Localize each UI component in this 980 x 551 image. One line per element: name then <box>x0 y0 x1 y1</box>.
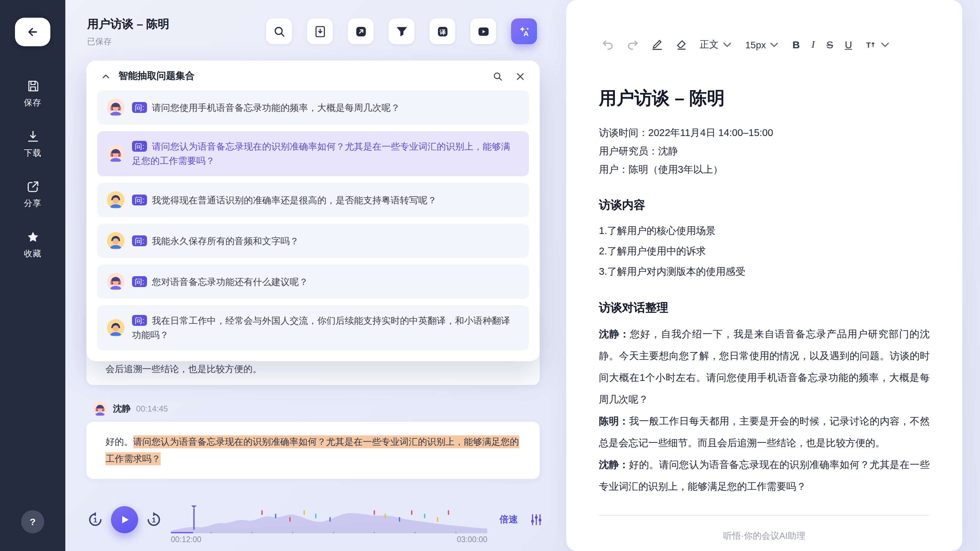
skip-forward-button[interactable]: 1 <box>145 511 163 529</box>
collapse-button[interactable] <box>100 70 111 82</box>
current-time: 00:12:00 <box>171 535 202 543</box>
chevron-down-icon <box>721 38 733 51</box>
extract-button[interactable] <box>307 18 333 44</box>
sidebar-item-download[interactable]: 下载 <box>24 129 41 159</box>
equalizer-icon[interactable] <box>529 512 544 527</box>
undo-button[interactable] <box>601 38 614 51</box>
document-line: 用户研究员：沈静 <box>599 142 930 160</box>
question-item[interactable]: 问:我能永久保存所有的音频和文字吗？ <box>97 224 529 258</box>
speaker-name: 沈静 <box>113 403 130 415</box>
ai-assistant-button[interactable]: A <box>511 18 537 44</box>
sidebar-item-label: 下载 <box>24 148 41 159</box>
transcript-message-card[interactable]: 好的。请问您认为语音备忘录现在的识别准确率如何？尤其是在一些专业词汇的识别上，能… <box>86 422 540 479</box>
document-meta: 访谈时间：2022年11月4日 14:00–15:00 用户研究员：沈静 用户：… <box>599 124 930 179</box>
back-button[interactable] <box>15 18 50 46</box>
document-line: 1.了解用户的核心使用场景 <box>599 221 930 241</box>
dialog-paragraph: 沈静：您好，自我介绍一下，我是来自语音备忘录产品用户研究部门的沈静。今天主要想向… <box>599 323 930 410</box>
waveform-marker <box>448 510 449 515</box>
italic-button[interactable]: I <box>811 39 815 50</box>
svg-text:译: 译 <box>439 28 446 35</box>
text-size-adjust-dropdown[interactable]: T <box>864 38 891 51</box>
question-tag-badge: 问: <box>132 235 147 246</box>
eraser-button[interactable] <box>675 38 688 51</box>
sidebar-item-share[interactable]: 分享 <box>24 179 41 210</box>
female-avatar <box>107 145 124 163</box>
question-panel-header: 智能抽取问题集合 <box>86 60 540 88</box>
search-icon <box>272 24 286 38</box>
waveform-cursor[interactable] <box>193 508 194 530</box>
ai-icon: A <box>517 24 531 38</box>
save-icon <box>25 79 40 93</box>
speaker-row: 沈静 00:14:45 <box>92 401 168 416</box>
female-avatar <box>107 98 124 116</box>
dialog-text: 好的。请问您认为语音备忘录现在的识别准确率如何？尤其是在一些专业词汇的识别上，能… <box>599 459 930 492</box>
question-tag-badge: 问: <box>132 194 147 205</box>
skip-back-button[interactable]: 1 <box>86 511 104 529</box>
question-panel: 智能抽取问题集合 问:请问您使用手机语音备忘录功能的频率，大概是每周几次呢？ 问… <box>86 60 540 361</box>
svg-text:1: 1 <box>152 516 156 524</box>
play-button[interactable] <box>111 506 138 533</box>
section-title-interview-content: 访谈内容 <box>599 197 930 213</box>
question-tag-badge: 问: <box>132 315 147 326</box>
question-tag-badge: 问: <box>132 276 147 287</box>
waveform-marker <box>385 514 386 518</box>
male-avatar <box>107 191 124 209</box>
filter-button[interactable] <box>388 18 414 44</box>
font-size-label: 15px <box>745 39 766 50</box>
dialog-speaker: 沈静： <box>599 459 629 470</box>
help-button[interactable]: ? <box>21 510 44 533</box>
dialog-paragraphs: 沈静：您好，自我介绍一下，我是来自语音备忘录产品用户研究部门的沈静。今天主要想向… <box>599 323 930 497</box>
question-list: 问:请问您使用手机语音备忘录功能的频率，大概是每周几次呢？ 问:请问您认为语音备… <box>86 88 540 350</box>
dialog-paragraph: 陈明：我一般工作日每天都用，主要是开会的时候，记录讨论的内容，不然总是会忘记一些… <box>599 410 930 454</box>
question-item[interactable]: 问:您对语音备忘录功能还有什么建议呢？ <box>97 265 529 299</box>
format-brush-button[interactable] <box>651 38 663 51</box>
toolbar: 译 A <box>266 18 537 44</box>
search-icon[interactable] <box>492 70 504 82</box>
question-item[interactable]: 问:我在日常工作中，经常会与外国人交流，你们后续能支持实时的中英翻译，和小语种翻… <box>97 305 529 350</box>
video-icon <box>476 24 490 38</box>
format-brush-icon <box>651 38 663 51</box>
sidebar-item-star[interactable]: 收藏 <box>24 230 41 260</box>
text-size-icon: T <box>864 38 877 51</box>
question-item[interactable]: 问:请问您认为语音备忘录现在的识别准确率如何？尤其是在一些专业词汇的识别上，能够… <box>97 131 529 176</box>
waveform-marker <box>329 517 331 522</box>
sidebar-nav: 保存 下载 分享 收藏 <box>24 79 41 260</box>
waveform-marker <box>373 510 375 515</box>
question-item[interactable]: 问:我觉得现在普通话识别的准确率还是很高的，是否能支持粤语转写呢？ <box>97 183 529 217</box>
underline-button[interactable]: U <box>845 39 852 50</box>
playback-speed-button[interactable]: 倍速 <box>500 514 518 526</box>
sidebar-item-save[interactable]: 保存 <box>24 79 41 109</box>
waveform[interactable]: 00:12:00 03:00:00 <box>171 506 487 533</box>
chevron-down-icon <box>878 38 891 51</box>
svg-text:A: A <box>523 29 528 37</box>
question-item[interactable]: 问:请问您使用手机语音备忘录功能的频率，大概是每周几次呢？ <box>97 91 529 124</box>
dialog-speaker: 陈明： <box>599 416 629 427</box>
speaker-timestamp: 00:14:45 <box>136 404 168 414</box>
dialog-text: 我一般工作日每天都用，主要是开会的时候，记录讨论的内容，不然总是会忘记一些细节。… <box>599 416 930 448</box>
search-button[interactable] <box>266 18 292 44</box>
close-icon[interactable] <box>514 70 526 82</box>
document-editor[interactable]: 用户访谈 – 陈明 访谈时间：2022年11月4日 14:00–15:00 用户… <box>566 51 962 542</box>
document-title: 用户访谈 – 陈明 <box>599 86 930 110</box>
export-button[interactable] <box>348 18 374 44</box>
sidebar: 保存 下载 分享 收藏 ? <box>0 0 65 551</box>
redo-button[interactable] <box>626 38 639 51</box>
save-status: 已保存 <box>87 36 169 48</box>
question-tag-badge: 问: <box>132 141 147 152</box>
strikethrough-button[interactable]: S <box>826 39 833 50</box>
question-tag-badge: 问: <box>132 102 147 113</box>
paragraph-style-dropdown[interactable]: 正文 <box>700 38 733 51</box>
bold-button[interactable]: B <box>792 39 800 50</box>
main-area: 用户访谈 – 陈明 已保存 译 A 智能抽取问题集合 <box>65 0 566 551</box>
share-icon <box>25 179 40 194</box>
video-button[interactable] <box>470 18 496 44</box>
translate-button[interactable]: 译 <box>430 18 455 44</box>
eraser-icon <box>675 38 688 51</box>
dialog-text: 您好，自我介绍一下，我是来自语音备忘录产品用户研究部门的沈静。今天主要想向您了解… <box>599 329 930 405</box>
waveform-marker <box>399 517 400 522</box>
italic-label: I <box>811 39 815 50</box>
app-window: 保存 下载 分享 收藏 ? 用户访谈 – 陈明 已保存 <box>0 0 980 551</box>
arrow-left-icon <box>26 25 40 39</box>
waveform-marker <box>304 510 305 515</box>
font-size-dropdown[interactable]: 15px <box>745 38 781 51</box>
